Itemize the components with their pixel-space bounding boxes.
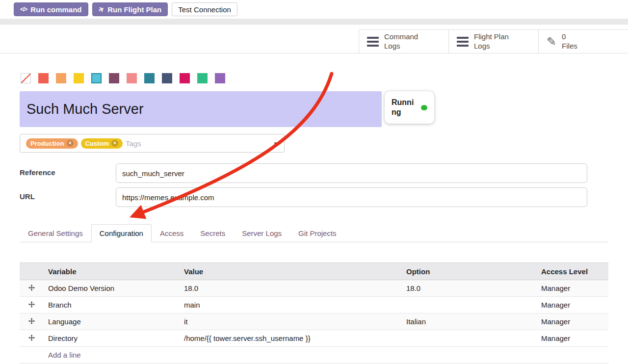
cell-value[interactable]: main: [179, 297, 401, 313]
cell-access-level[interactable]: Manager: [536, 313, 608, 330]
files-label: 0 Files: [562, 32, 577, 51]
tag-production: Production ×: [26, 138, 78, 149]
color-swatch-none[interactable]: [21, 73, 31, 83]
cell-value[interactable]: 18.0: [179, 280, 401, 297]
dropdown-caret-icon[interactable]: ▾: [274, 140, 277, 147]
move-icon: [28, 335, 35, 341]
menu-icon: [367, 37, 379, 47]
server-name-field[interactable]: Such Much Server: [20, 91, 382, 127]
reference-row: Reference: [20, 163, 587, 183]
color-swatch-yellow[interactable]: [74, 73, 84, 83]
tab-configuration[interactable]: Configuration: [91, 224, 152, 242]
tag-custom: Custom ×: [81, 138, 123, 149]
files-count: 0: [562, 32, 577, 42]
drag-handle[interactable]: [20, 297, 43, 313]
table-row[interactable]: Directory /home/{{ tower.server.ssh_user…: [20, 330, 608, 347]
column-header-access-level: Access Level: [536, 263, 608, 280]
reference-label: Reference: [20, 163, 116, 177]
code-icon: </>: [20, 6, 27, 12]
url-input[interactable]: [116, 187, 587, 207]
test-connection-label: Test Connection: [178, 6, 231, 13]
color-swatch-dark-purple[interactable]: [109, 73, 119, 83]
color-swatch-red[interactable]: [38, 73, 49, 83]
move-icon: [28, 301, 35, 308]
files-button[interactable]: ✎ 0 Files: [538, 30, 628, 53]
cell-option[interactable]: 18.0: [401, 280, 536, 297]
drag-handle[interactable]: [20, 313, 43, 330]
drag-handle[interactable]: [20, 280, 43, 297]
status-card: Running: [385, 91, 434, 124]
menu-icon: [457, 37, 469, 47]
title-row: Such Much Server Running: [20, 91, 608, 127]
tags-placeholder: Tags: [126, 139, 141, 148]
cell-variable[interactable]: Directory: [43, 330, 179, 347]
tags-field[interactable]: Production × Custom × Tags ▾: [20, 134, 285, 153]
color-swatch-purple[interactable]: [215, 73, 225, 83]
table-row[interactable]: Odoo Demo Version 18.0 18.0 Manager: [20, 280, 608, 297]
cell-option[interactable]: [401, 297, 536, 313]
cell-option[interactable]: [401, 330, 536, 347]
table-row[interactable]: Branch main Manager: [20, 297, 608, 313]
color-swatch-green[interactable]: [197, 73, 208, 83]
server-name: Such Much Server: [26, 101, 144, 117]
flight-plan-logs-button[interactable]: Flight Plan Logs: [448, 30, 538, 53]
move-icon: [28, 285, 35, 291]
pencil-icon: ✎: [547, 36, 556, 48]
status-bar: </> Run command ✈ Run Flight Plan Test C…: [0, 0, 628, 19]
smart-button-group: Command Logs Flight Plan Logs ✎ 0 Files: [359, 29, 628, 53]
cell-variable[interactable]: Odoo Demo Version: [43, 280, 179, 297]
url-label: URL: [20, 187, 116, 201]
column-header-option: Option: [401, 263, 536, 280]
remove-tag-icon[interactable]: ×: [111, 140, 118, 147]
test-connection-button[interactable]: Test Connection: [172, 2, 237, 16]
run-command-button[interactable]: </> Run command: [14, 2, 88, 16]
configuration-table: Variable Value Option Access Level Odoo …: [20, 262, 608, 364]
cell-value[interactable]: /home/{{ tower.server.ssh_username }}: [179, 330, 401, 347]
move-icon: [28, 318, 35, 324]
status-label: Running: [392, 98, 417, 117]
cell-option[interactable]: Italian: [401, 313, 536, 330]
tab-general-settings[interactable]: General Settings: [20, 224, 91, 242]
color-swatch-cyan-selected[interactable]: [91, 73, 102, 83]
color-swatch-magenta[interactable]: [180, 73, 190, 83]
color-swatch-teal[interactable]: [144, 73, 155, 83]
plane-icon: ✈: [97, 5, 105, 14]
drag-handle[interactable]: [20, 330, 43, 347]
url-row: URL: [20, 187, 587, 207]
reference-input[interactable]: [116, 163, 587, 183]
command-logs-button[interactable]: Command Logs: [359, 30, 448, 53]
column-header-variable: Variable: [43, 263, 179, 280]
color-swatch-orange[interactable]: [56, 73, 66, 83]
add-line-link[interactable]: Add a line: [48, 351, 81, 359]
tab-access[interactable]: Access: [152, 224, 192, 242]
table-row[interactable]: Language it Italian Manager: [20, 313, 608, 330]
tab-bar: General Settings Configuration Access Se…: [20, 224, 608, 242]
table-header-row: Variable Value Option Access Level: [20, 263, 608, 280]
cell-value[interactable]: it: [179, 313, 401, 330]
run-flight-plan-button[interactable]: ✈ Run Flight Plan: [92, 2, 168, 16]
status-dot-icon: [421, 105, 427, 110]
add-line-row: Add a line: [20, 347, 608, 364]
remove-tag-icon[interactable]: ×: [67, 140, 74, 147]
smart-button-row: Command Logs Flight Plan Logs ✎ 0 Files: [0, 25, 628, 53]
tab-git-projects[interactable]: Git Projects: [290, 224, 345, 242]
cell-variable[interactable]: Branch: [43, 297, 179, 313]
column-header-value: Value: [179, 263, 401, 280]
tab-server-logs[interactable]: Server Logs: [234, 224, 290, 242]
separator-strip: [0, 19, 628, 25]
cell-access-level[interactable]: Manager: [536, 330, 608, 347]
color-swatch-navy[interactable]: [162, 73, 172, 83]
color-palette: [21, 73, 628, 83]
run-command-label: Run command: [30, 6, 81, 13]
flight-plan-logs-label: Flight Plan Logs: [474, 32, 509, 51]
run-flight-plan-label: Run Flight Plan: [107, 6, 161, 13]
handle-column-header: [20, 263, 43, 280]
command-logs-label: Command Logs: [384, 32, 418, 51]
cell-variable[interactable]: Language: [43, 313, 179, 330]
cell-access-level[interactable]: Manager: [536, 280, 608, 297]
cell-access-level[interactable]: Manager: [536, 297, 608, 313]
color-swatch-salmon[interactable]: [127, 73, 137, 83]
tab-secrets[interactable]: Secrets: [192, 224, 234, 242]
